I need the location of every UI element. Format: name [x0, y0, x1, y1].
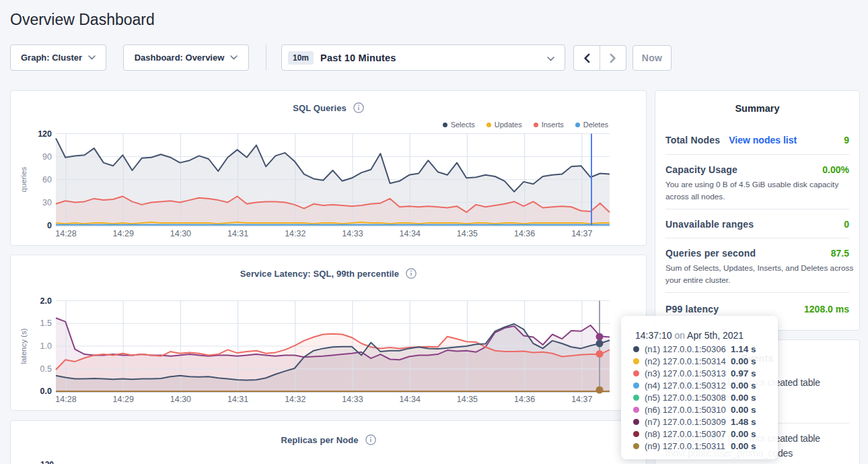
svg-text:2.0: 2.0 — [40, 296, 52, 306]
svg-text:14:37: 14:37 — [571, 229, 592, 238]
svg-text:14:36: 14:36 — [514, 395, 535, 404]
svg-text:14:31: 14:31 — [227, 395, 248, 404]
svg-text:14:30: 14:30 — [170, 229, 191, 238]
svg-text:latency (s): latency (s) — [20, 328, 28, 364]
svg-text:14:28: 14:28 — [55, 395, 76, 404]
svg-text:14:33: 14:33 — [342, 395, 363, 404]
svg-text:14:29: 14:29 — [113, 229, 134, 238]
svg-text:14:33: 14:33 — [342, 229, 363, 238]
svg-text:0.0: 0.0 — [40, 387, 52, 396]
svg-text:14:32: 14:32 — [285, 229, 305, 238]
svg-text:1.5: 1.5 — [40, 319, 52, 328]
svg-text:30: 30 — [42, 198, 52, 207]
svg-text:60: 60 — [42, 175, 52, 185]
svg-text:14:31: 14:31 — [227, 229, 248, 238]
svg-text:14:29: 14:29 — [113, 395, 134, 404]
svg-text:1.0: 1.0 — [40, 341, 52, 351]
svg-text:14:32: 14:32 — [285, 395, 305, 404]
svg-text:14:35: 14:35 — [457, 395, 478, 404]
svg-text:queries: queries — [20, 166, 28, 192]
svg-text:0: 0 — [47, 221, 52, 230]
svg-text:14:34: 14:34 — [400, 229, 421, 238]
svg-text:14:30: 14:30 — [170, 395, 191, 404]
svg-text:90: 90 — [42, 152, 52, 162]
svg-text:14:28: 14:28 — [55, 229, 76, 238]
svg-text:120: 120 — [38, 129, 52, 139]
svg-text:0.5: 0.5 — [40, 364, 52, 374]
svg-text:14:34: 14:34 — [400, 395, 421, 404]
svg-text:14:36: 14:36 — [514, 229, 535, 238]
svg-text:14:35: 14:35 — [457, 229, 478, 238]
svg-text:14:37: 14:37 — [571, 395, 592, 404]
